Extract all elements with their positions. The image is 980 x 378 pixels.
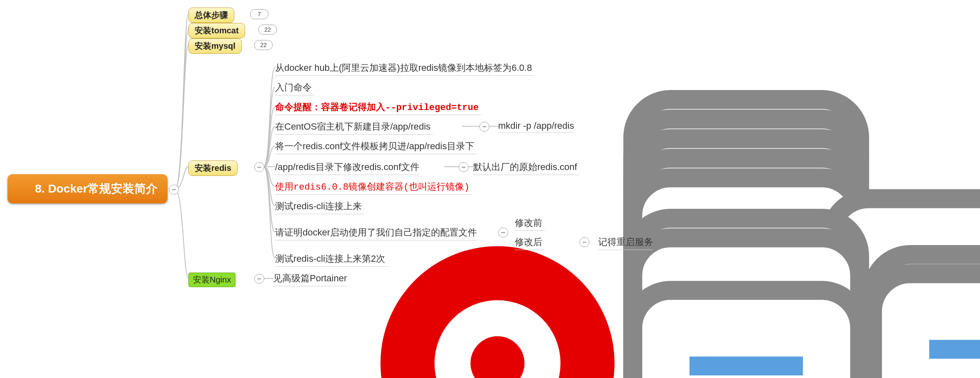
topic-overall-count[interactable]: 7	[250, 9, 268, 19]
redis-n3[interactable]: 命令提醒：容器卷记得加入--privileged=true	[275, 101, 479, 113]
redis-n2[interactable]: 入门命令	[275, 81, 312, 94]
topic-tomcat[interactable]: 安装tomcat	[188, 23, 245, 38]
redis-n4-cmd[interactable]: mkdir -p /app/redis	[498, 120, 574, 131]
redis-collapse-toggle[interactable]: −	[254, 162, 264, 172]
svg-rect-36	[872, 255, 980, 378]
redis-n4-toggle[interactable]: −	[479, 122, 489, 132]
svg-rect-32	[633, 238, 860, 378]
svg-rect-8	[633, 119, 860, 378]
redis-n9-after[interactable]: 修改后	[515, 236, 542, 248]
redis-n9[interactable]: 请证明docker启动使用了我们自己指定的配置文件	[275, 226, 477, 239]
svg-point-1	[381, 246, 614, 378]
target-icon	[13, 180, 31, 198]
svg-rect-4	[633, 100, 860, 378]
svg-rect-44	[633, 290, 860, 378]
redis-n6-toggle[interactable]: −	[459, 162, 469, 172]
nginx-leaf[interactable]: 见高级篇Portainer	[273, 272, 347, 285]
root-topic[interactable]: 8. Docker常规安装简介	[8, 174, 168, 203]
svg-rect-16	[633, 158, 860, 378]
redis-n6[interactable]: /app/redis目录下修改redis.conf文件	[275, 161, 419, 173]
redis-n9-toggle[interactable]: −	[498, 228, 508, 238]
topic-redis[interactable]: 安装redis	[188, 160, 238, 176]
redis-n6-sub[interactable]: 默认出厂的原始redis.conf	[473, 161, 577, 173]
nginx-collapse-toggle[interactable]: −	[254, 274, 264, 284]
svg-rect-28	[633, 218, 860, 378]
topic-tomcat-count[interactable]: 22	[258, 25, 277, 35]
svg-point-2	[434, 300, 560, 378]
svg-rect-24	[831, 199, 980, 378]
redis-n9-after-sub[interactable]: 记得重启服务	[598, 236, 653, 248]
redis-n9-before[interactable]: 修改前	[515, 217, 542, 229]
redis-n5[interactable]: 将一个redis.conf文件模板拷贝进/app/redis目录下	[275, 140, 474, 153]
redis-n7[interactable]: 使用redis6.0.8镜像创建容器(也叫运行镜像)	[275, 180, 469, 193]
svg-point-0	[326, 192, 669, 378]
redis-n9-after-toggle[interactable]: −	[579, 237, 589, 247]
topic-overall[interactable]: 总体步骤	[188, 8, 234, 23]
topic-mysql[interactable]: 安装mysql	[188, 38, 242, 54]
redis-n4[interactable]: 在CentOS宿主机下新建目录/app/redis	[275, 120, 431, 133]
root-label: 8. Docker常规安装简介	[35, 181, 158, 197]
redis-n8[interactable]: 测试redis-cli连接上来	[275, 200, 362, 213]
svg-rect-20	[633, 178, 860, 378]
svg-point-3	[471, 336, 525, 378]
topic-mysql-count[interactable]: 22	[254, 40, 273, 50]
root-collapse-toggle[interactable]: −	[169, 185, 179, 195]
svg-rect-12	[633, 139, 860, 378]
topic-nginx[interactable]: 安装Nginx	[188, 273, 236, 287]
svg-rect-40	[872, 274, 980, 378]
redis-n10[interactable]: 测试redis-cli连接上来第2次	[275, 253, 385, 265]
redis-n1[interactable]: 从docker hub上(阿里云加速器)拉取redis镜像到本地标签为6.0.8	[275, 62, 532, 74]
